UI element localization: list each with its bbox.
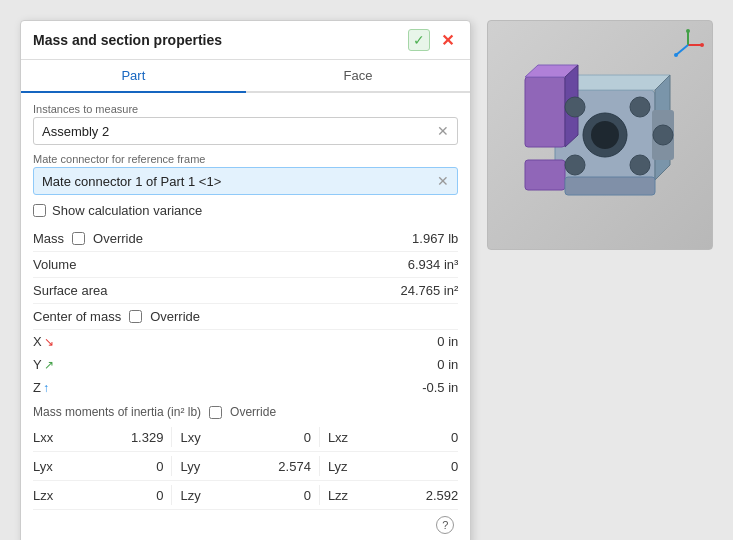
svg-rect-9 bbox=[525, 77, 565, 147]
mass-value: 1.967 lb bbox=[412, 231, 458, 246]
surface-area-label: Surface area bbox=[33, 283, 107, 298]
part-svg bbox=[500, 35, 700, 235]
instances-label: Instances to measure bbox=[33, 103, 458, 115]
lzz-cell: Lzz 2.592 bbox=[328, 488, 458, 503]
volume-value: 6.934 in³ bbox=[408, 257, 459, 272]
z-arrow-icon: ↑ bbox=[43, 381, 49, 395]
lyy-value: 2.574 bbox=[271, 459, 311, 474]
surface-area-value: 24.765 in² bbox=[401, 283, 459, 298]
mass-row: Mass Override 1.967 lb bbox=[33, 226, 458, 252]
mass-override-label: Override bbox=[93, 231, 143, 246]
center-of-mass-label: Center of mass bbox=[33, 309, 121, 324]
variance-label: Show calculation variance bbox=[52, 203, 202, 218]
tab-face[interactable]: Face bbox=[246, 60, 471, 91]
lyz-value: 0 bbox=[418, 459, 458, 474]
x-arrow-icon: ↘ bbox=[44, 335, 54, 349]
inertia-override-checkbox[interactable] bbox=[209, 406, 222, 419]
inertia-override-label: Override bbox=[230, 405, 276, 419]
svg-rect-21 bbox=[565, 177, 655, 195]
instances-clear-icon[interactable]: ✕ bbox=[437, 123, 449, 139]
y-label-group: Y ↗ bbox=[33, 357, 63, 372]
center-of-mass-override-label: Override bbox=[150, 309, 200, 324]
lyy-cell: Lyy 2.574 bbox=[180, 459, 310, 474]
lzy-label: Lzy bbox=[180, 488, 208, 503]
inertia-lxx-row: Lxx 1.329 Lxy 0 Lxz 0 bbox=[33, 423, 458, 452]
center-of-mass-left: Center of mass Override bbox=[33, 309, 200, 324]
mass-left: Mass Override bbox=[33, 231, 153, 246]
x-value: 0 in bbox=[437, 334, 458, 349]
inertia-header: Mass moments of inertia (in² lb) Overrid… bbox=[33, 399, 458, 423]
mate-connector-clear-icon[interactable]: ✕ bbox=[437, 173, 449, 189]
svg-point-14 bbox=[591, 121, 619, 149]
inertia-lzx-row: Lzx 0 Lzy 0 Lzz 2.592 bbox=[33, 481, 458, 510]
model-view bbox=[487, 20, 713, 250]
svg-point-17 bbox=[565, 155, 585, 175]
svg-point-3 bbox=[700, 43, 704, 47]
variance-row: Show calculation variance bbox=[33, 203, 458, 218]
lzx-label: Lzx bbox=[33, 488, 61, 503]
panel-content: Instances to measure Assembly 2 ✕ Mate c… bbox=[21, 93, 470, 540]
lxz-value: 0 bbox=[418, 430, 458, 445]
volume-label: Volume bbox=[33, 257, 76, 272]
mass-properties-panel: Mass and section properties ✓ ✕ Part Fac… bbox=[20, 20, 471, 540]
lzz-value: 2.592 bbox=[418, 488, 458, 503]
lzx-cell: Lzx 0 bbox=[33, 488, 163, 503]
mate-connector-value-box[interactable]: Mate connector 1 of Part 1 <1> ✕ bbox=[33, 167, 458, 195]
lxx-cell: Lxx 1.329 bbox=[33, 430, 163, 445]
tab-part[interactable]: Part bbox=[21, 60, 246, 93]
instances-value: Assembly 2 bbox=[42, 124, 109, 139]
lyx-cell: Lyx 0 bbox=[33, 459, 163, 474]
mass-override-checkbox[interactable] bbox=[72, 232, 85, 245]
z-value: -0.5 in bbox=[422, 380, 458, 395]
lzz-label: Lzz bbox=[328, 488, 356, 503]
lzx-value: 0 bbox=[123, 488, 163, 503]
y-label: Y bbox=[33, 357, 42, 372]
lxy-cell: Lxy 0 bbox=[180, 430, 310, 445]
svg-rect-12 bbox=[525, 160, 565, 190]
lxz-cell: Lxz 0 bbox=[328, 430, 458, 445]
mate-connector-value: Mate connector 1 of Part 1 <1> bbox=[42, 174, 221, 189]
svg-point-18 bbox=[630, 155, 650, 175]
lxz-label: Lxz bbox=[328, 430, 356, 445]
x-row: X ↘ 0 in bbox=[33, 330, 458, 353]
axis-indicator bbox=[672, 29, 702, 59]
svg-point-16 bbox=[630, 97, 650, 117]
inertia-label: Mass moments of inertia (in² lb) bbox=[33, 405, 201, 419]
instances-field: Instances to measure Assembly 2 ✕ bbox=[33, 103, 458, 145]
help-icon[interactable]: ? bbox=[436, 516, 454, 534]
lyx-label: Lyx bbox=[33, 459, 61, 474]
close-button[interactable]: ✕ bbox=[436, 29, 458, 51]
variance-checkbox[interactable] bbox=[33, 204, 46, 217]
lxx-label: Lxx bbox=[33, 430, 61, 445]
panel-header: Mass and section properties ✓ ✕ bbox=[21, 21, 470, 60]
x-label-group: X ↘ bbox=[33, 334, 63, 349]
confirm-button[interactable]: ✓ bbox=[408, 29, 430, 51]
footer: ? bbox=[33, 510, 458, 536]
lyz-cell: Lyz 0 bbox=[328, 459, 458, 474]
mate-connector-label: Mate connector for reference frame bbox=[33, 153, 458, 165]
center-of-mass-override-checkbox[interactable] bbox=[129, 310, 142, 323]
svg-point-20 bbox=[653, 125, 673, 145]
panel-title: Mass and section properties bbox=[33, 32, 222, 48]
volume-left: Volume bbox=[33, 257, 153, 272]
x-label: X bbox=[33, 334, 42, 349]
surface-area-left: Surface area bbox=[33, 283, 153, 298]
svg-point-15 bbox=[565, 97, 585, 117]
instances-value-box[interactable]: Assembly 2 ✕ bbox=[33, 117, 458, 145]
z-label-group: Z ↑ bbox=[33, 380, 63, 395]
volume-row: Volume 6.934 in³ bbox=[33, 252, 458, 278]
svg-point-4 bbox=[686, 29, 690, 33]
z-row: Z ↑ -0.5 in bbox=[33, 376, 458, 399]
header-actions: ✓ ✕ bbox=[408, 29, 458, 51]
lzy-cell: Lzy 0 bbox=[180, 488, 310, 503]
lyz-label: Lyz bbox=[328, 459, 356, 474]
svg-line-2 bbox=[676, 45, 688, 55]
lxy-label: Lxy bbox=[180, 430, 208, 445]
mate-connector-field: Mate connector for reference frame Mate … bbox=[33, 153, 458, 195]
lzy-value: 0 bbox=[271, 488, 311, 503]
inertia-lyx-row: Lyx 0 Lyy 2.574 Lyz 0 bbox=[33, 452, 458, 481]
mass-label: Mass bbox=[33, 231, 64, 246]
y-value: 0 in bbox=[437, 357, 458, 372]
lyx-value: 0 bbox=[123, 459, 163, 474]
lyy-label: Lyy bbox=[180, 459, 208, 474]
